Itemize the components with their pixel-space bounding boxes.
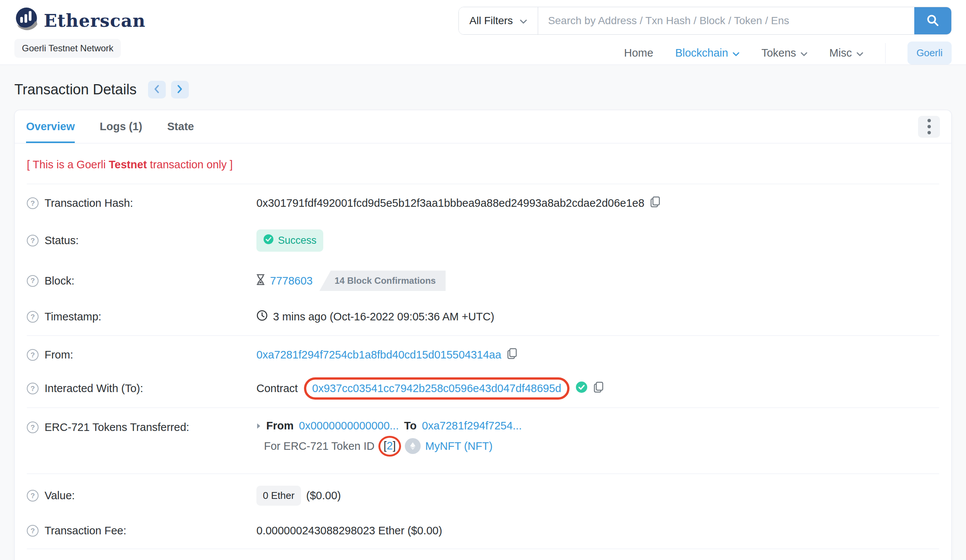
transaction-fee-value: 0.000000243088298023 Ether ($0.00) — [256, 524, 442, 537]
row-label: ? Transaction Fee: — [27, 524, 256, 537]
search-bar: All Filters — [458, 7, 952, 35]
row-timestamp: ? Timestamp: 3 mins ago (Oct-16-2022 09:… — [27, 300, 939, 333]
warning-suffix: transaction only ] — [147, 159, 233, 170]
interacted-with-label: Interacted With (To): — [44, 382, 143, 395]
copy-icon[interactable] — [649, 196, 661, 211]
caret-right-icon[interactable] — [256, 420, 261, 432]
network-switch-button[interactable]: Goerli — [907, 41, 952, 64]
block-number-link[interactable]: 7778603 — [270, 275, 313, 287]
header-left: Etherscan Goerli Testnet Network — [14, 7, 145, 64]
row-label: ? ERC-721 Tokens Transferred: — [27, 420, 256, 434]
annotation-highlight-rect: 0x937cc03541cc7942b258c0596e43d047df4869… — [304, 377, 570, 400]
erc721-from-address-link[interactable]: 0x0000000000000... — [299, 420, 399, 432]
filter-label: All Filters — [470, 15, 513, 27]
kebab-menu-icon — [928, 119, 931, 134]
row-value: 0.000000243088298023 Ether ($0.00) — [256, 524, 442, 537]
chevron-left-icon — [154, 85, 159, 94]
more-options-button[interactable] — [918, 116, 940, 138]
divider — [27, 184, 939, 184]
row-block: ? Block: 7778603 14 Block Confirmations — [27, 261, 939, 300]
copy-icon[interactable] — [593, 381, 604, 396]
contract-prefix: Contract — [256, 382, 298, 395]
nav-tokens[interactable]: Tokens — [761, 47, 807, 59]
warning-prefix: [ This is a Goerli — [27, 159, 109, 170]
help-icon[interactable]: ? — [27, 525, 38, 537]
help-icon[interactable]: ? — [27, 311, 38, 323]
clock-icon — [256, 310, 268, 324]
usd-value: ($0.00) — [306, 490, 341, 502]
nav-misc[interactable]: Misc — [829, 47, 863, 59]
row-label: ? Status: — [27, 234, 256, 247]
erc721-line2: For ERC-721 Token ID [2] MyNFT (NFT) — [264, 438, 522, 454]
network-badge: Goerli Testnet Network — [14, 39, 121, 58]
etherscan-logo[interactable]: Etherscan — [14, 7, 145, 34]
next-transaction-button[interactable] — [171, 81, 189, 98]
erc721-label: ERC-721 Tokens Transferred: — [44, 421, 189, 434]
chevron-down-icon — [856, 47, 863, 59]
row-transaction-fee: ? Transaction Fee: 0.000000243088298023 … — [27, 515, 939, 547]
contract-address-link[interactable]: 0x937cc03541cc7942b258c0596e43d047df4869… — [312, 382, 562, 395]
row-value: 3 mins ago (Oct-16-2022 09:05:36 AM +UTC… — [256, 310, 495, 324]
help-icon[interactable]: ? — [27, 490, 38, 501]
help-icon[interactable]: ? — [27, 421, 38, 433]
tab-bar: Overview Logs (1) State — [15, 110, 951, 143]
divider — [27, 408, 939, 408]
nav-divider — [885, 43, 886, 64]
transaction-hash-label: Transaction Hash: — [44, 197, 133, 210]
token-id-link[interactable]: 2 — [387, 440, 393, 452]
value-label: Value: — [44, 490, 75, 502]
status-label: Status: — [44, 234, 79, 247]
tab-overview[interactable]: Overview — [26, 110, 75, 143]
block-label: Block: — [44, 275, 74, 287]
ether-value-badge: 0 Ether — [256, 486, 301, 506]
row-gas-price: ? Gas Price: 0.000000000001884683 Ether … — [27, 551, 939, 560]
help-icon[interactable]: ? — [27, 349, 38, 361]
overview-content: [ This is a Goerli Testnet transaction o… — [15, 143, 951, 560]
erc721-for-label: For ERC-721 Token ID — [264, 440, 375, 452]
nav-home[interactable]: Home — [624, 47, 653, 59]
row-label: ? Value: — [27, 490, 256, 502]
row-label: ? Block: — [27, 275, 256, 287]
erc721-to-address-link[interactable]: 0xa7281f294f7254... — [422, 420, 521, 432]
eth-token-icon — [405, 438, 421, 454]
erc721-from-label: From — [266, 420, 294, 432]
nav-blockchain-label: Blockchain — [675, 47, 728, 59]
from-address-link[interactable]: 0xa7281f294f7254cb1a8fbd40cd15d015504314… — [256, 349, 501, 361]
brand-name: Etherscan — [44, 11, 145, 31]
search-input[interactable] — [538, 7, 914, 34]
help-icon[interactable]: ? — [27, 275, 38, 287]
token-name-link[interactable]: MyNFT (NFT) — [425, 440, 493, 452]
header-right: All Filters Home Blockchain — [458, 7, 952, 64]
nav-blockchain[interactable]: Blockchain — [675, 47, 739, 59]
token-id-bracket: [ — [384, 440, 387, 452]
erc721-transfer-item: From 0x0000000000000... To 0xa7281f294f7… — [256, 420, 522, 454]
chevron-down-icon — [520, 15, 527, 27]
row-from: ? From: 0xa7281f294f7254cb1a8fbd40cd15d0… — [27, 338, 939, 372]
page-title: Transaction Details — [14, 82, 137, 98]
search-filter-dropdown[interactable]: All Filters — [459, 7, 538, 34]
hourglass-icon — [256, 274, 265, 288]
divider — [27, 473, 939, 474]
row-label: ? Timestamp: — [27, 311, 256, 323]
copy-icon[interactable] — [506, 347, 518, 362]
row-value: 0x301791fdf492001fcd9d5e5b12f3aa1bbbea9a… — [256, 196, 661, 211]
chevron-down-icon — [801, 47, 807, 59]
tab-state[interactable]: State — [167, 110, 194, 143]
block-confirmations-badge: 14 Block Confirmations — [319, 270, 445, 291]
site-header: Etherscan Goerli Testnet Network All Fil… — [0, 0, 966, 65]
warning-bold: Testnet — [109, 159, 147, 170]
help-icon[interactable]: ? — [27, 197, 38, 209]
search-button[interactable] — [914, 7, 951, 34]
check-circle-icon — [263, 234, 274, 247]
row-label: ? From: — [27, 349, 256, 361]
etherscan-logo-icon — [14, 7, 39, 34]
timestamp-label: Timestamp: — [44, 311, 101, 323]
previous-transaction-button[interactable] — [148, 81, 166, 98]
help-icon[interactable]: ? — [27, 235, 38, 246]
row-value: 0xa7281f294f7254cb1a8fbd40cd15d015504314… — [256, 347, 518, 362]
tab-logs[interactable]: Logs (1) — [100, 110, 142, 143]
status-badge: Success — [256, 229, 323, 252]
divider — [27, 549, 939, 549]
transaction-card: Overview Logs (1) State [ This is a Goer… — [14, 110, 952, 560]
help-icon[interactable]: ? — [27, 383, 38, 395]
